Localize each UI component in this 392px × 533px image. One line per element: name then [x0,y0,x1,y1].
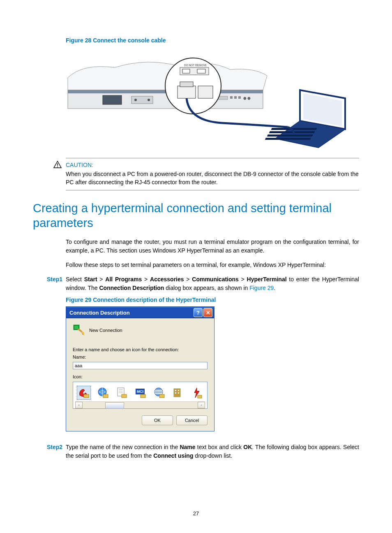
icon-option-document[interactable] [115,386,128,399]
step-1: Step1 Select Start > All Programs > Acce… [66,275,359,292]
paragraph-2: Follow these steps to set terminal param… [66,261,359,269]
svg-rect-17 [180,82,193,87]
figure-29-link[interactable]: Figure 29 [249,285,274,291]
caution-icon [53,161,62,170]
icon-option-building[interactable] [172,386,185,399]
name-label: Name: [73,355,208,359]
svg-rect-29 [103,394,108,398]
figure-28-caption: Figure 28 Connect the console cable [66,37,359,44]
svg-rect-22 [265,138,311,140]
step-1-label: Step1 [47,275,62,284]
dialog-prompt: Enter a name and choose an icon for the … [73,347,208,352]
figure-28-image: ⬤ ⬤ DO NOT REMOVE [66,47,353,150]
svg-rect-45 [198,395,202,398]
svg-rect-37 [141,394,145,398]
svg-rect-14 [182,69,190,73]
caution-block: CAUTION: When you disconnect a PC from a… [66,158,359,190]
svg-rect-42 [178,390,179,391]
svg-text:⬤ ⬤: ⬤ ⬤ [243,97,251,100]
document-page: Figure 28 Connect the console cable [0,0,392,533]
dialog-help-button[interactable]: ? [194,308,203,317]
svg-point-4 [134,99,137,101]
caution-text: When you disconnect a PC from a powered-… [66,170,359,187]
icon-scrollbar[interactable]: ‹ › [75,401,205,408]
svg-rect-16 [178,86,196,98]
svg-rect-21 [267,134,313,137]
icon-option-globe[interactable] [97,386,110,399]
svg-rect-27 [84,394,89,398]
svg-rect-43 [175,392,176,394]
icon-label: Icon: [73,374,208,379]
svg-rect-40 [174,389,180,397]
icon-option-lightning[interactable] [190,386,203,399]
connection-description-dialog: Connection Description ? ✕ New Connectio… [66,306,214,431]
cancel-button[interactable]: Cancel [176,415,208,425]
new-connection-icon [73,324,85,336]
svg-point-24 [57,167,58,167]
svg-text:DO NOT REMOVE: DO NOT REMOVE [184,64,207,67]
svg-rect-15 [197,69,205,73]
dialog-close-button[interactable]: ✕ [203,308,212,317]
svg-rect-18 [198,86,213,98]
ok-button[interactable]: OK [142,415,173,425]
svg-rect-20 [269,131,315,133]
icon-option-att[interactable] [153,386,166,399]
svg-rect-34 [122,394,127,398]
paragraph-1: To configure and manage the router, you … [66,238,359,255]
scroll-thumb[interactable] [105,402,124,409]
svg-rect-19 [271,128,317,130]
dialog-titlebar: Connection Description ? ✕ [66,307,214,318]
svg-point-5 [148,99,150,101]
svg-rect-44 [178,392,179,394]
svg-rect-39 [159,394,164,398]
figure-29-caption: Figure 29 Connection description of the … [66,297,359,303]
scroll-track[interactable] [83,402,198,408]
section-title: Creating a hyperterminal connection and … [33,201,359,231]
svg-rect-7 [230,96,233,99]
svg-rect-2 [103,95,122,104]
svg-rect-9 [238,96,241,99]
page-number: 27 [0,510,392,517]
svg-rect-41 [175,390,176,391]
new-connection-label: New Connection [89,328,122,333]
icon-option-mci[interactable]: MCI [134,386,147,399]
step-2-label: Step2 [47,443,62,452]
dialog-title: Connection Description [69,310,193,316]
caution-label: CAUTION: [66,162,359,168]
svg-rect-8 [234,96,237,99]
scroll-right-button[interactable]: › [198,402,205,408]
svg-text:MCI: MCI [137,389,144,394]
icon-option-telephone[interactable] [77,386,91,400]
scroll-left-button[interactable]: ‹ [75,402,83,408]
step-2: Step2 Type the name of the new connectio… [66,443,359,460]
icon-picker: MCI ‹ [73,382,208,409]
name-input[interactable] [73,362,208,369]
